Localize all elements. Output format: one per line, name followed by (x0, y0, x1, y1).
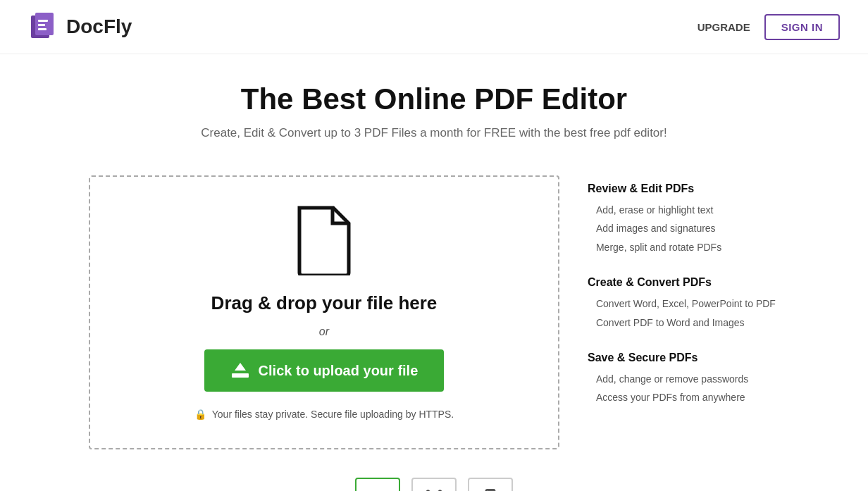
upload-icon (230, 361, 250, 380)
feature-title-convert: Create & Convert PDFs (588, 276, 779, 289)
feature-title-save: Save & Secure PDFs (588, 352, 779, 364)
upload-area[interactable]: Drag & drop your file here or Click to u… (89, 175, 559, 449)
logo[interactable]: DocFly (28, 11, 132, 42)
svg-rect-2 (38, 20, 48, 22)
header: DocFly UPGRADE SIGN IN (0, 0, 868, 54)
svg-rect-3 (38, 24, 45, 26)
lock-icon: 🔒 (194, 409, 206, 420)
secure-label: Your files stay private. Secure file upl… (212, 409, 454, 420)
header-nav: UPGRADE SIGN IN (698, 14, 840, 40)
feature-item: Add images and signatures (588, 219, 779, 237)
upload-button[interactable]: Click to upload your file (204, 349, 444, 392)
logo-text: DocFly (66, 15, 132, 38)
drag-drop-text: Drag & drop your file here (211, 292, 438, 314)
feature-title-review: Review & Edit PDFs (588, 182, 779, 195)
feature-section-save: Save & Secure PDFs Add, change or remove… (588, 352, 779, 407)
file-icon (292, 205, 356, 278)
hero-subtitle: Create, Edit & Convert up to 3 PDF Files… (14, 126, 854, 140)
signin-button[interactable]: SIGN IN (764, 14, 840, 40)
feature-item: Add, change or remove passwords (588, 370, 779, 388)
local-upload-icon-btn[interactable] (355, 478, 400, 491)
feature-section-review: Review & Edit PDFs Add, erase or highlig… (588, 182, 779, 256)
or-text: or (319, 325, 329, 338)
svg-marker-6 (235, 363, 246, 371)
google-drive-icon-btn[interactable] (468, 478, 513, 491)
feature-section-convert: Create & Convert PDFs Convert Word, Exce… (588, 276, 779, 332)
svg-rect-4 (38, 28, 46, 30)
secure-text: 🔒 Your files stay private. Secure file u… (194, 409, 454, 420)
bottom-icons (0, 464, 868, 491)
hero-section: The Best Online PDF Editor Create, Edit … (0, 54, 868, 154)
feature-item: Merge, split and rotate PDFs (588, 238, 779, 256)
upload-button-label: Click to upload your file (259, 363, 418, 379)
svg-rect-5 (232, 373, 249, 378)
upgrade-link[interactable]: UPGRADE (698, 21, 750, 33)
main-content: Drag & drop your file here or Click to u… (46, 154, 822, 464)
feature-item: Add, erase or highlight text (588, 201, 779, 219)
feature-item: Convert PDF to Word and Images (588, 313, 779, 332)
feature-item: Convert Word, Excel, PowerPoint to PDF (588, 294, 779, 313)
docfly-logo-icon (28, 11, 59, 42)
hero-title: The Best Online PDF Editor (14, 82, 854, 116)
features-panel: Review & Edit PDFs Add, erase or highlig… (588, 175, 779, 427)
feature-item: Access your PDFs from anywhere (588, 388, 779, 406)
dropbox-icon-btn[interactable] (411, 478, 457, 491)
